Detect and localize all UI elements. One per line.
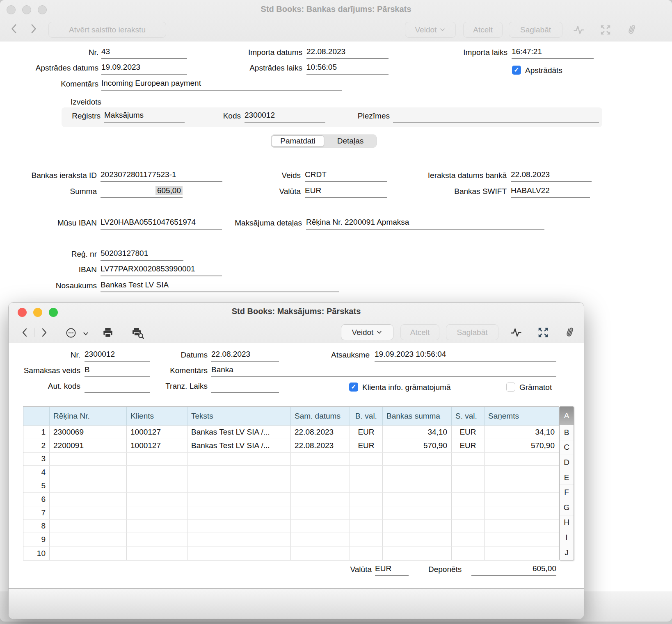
tab-detalas[interactable]: Detaļas (325, 135, 376, 147)
footer-valuta-field[interactable]: EUR (375, 564, 409, 576)
back-arrow-icon[interactable] (20, 327, 31, 338)
print-icon[interactable] (101, 326, 114, 339)
table-row[interactable]: 123000691000127Bankas Test LV SIA /...22… (23, 426, 559, 439)
atcelt-button[interactable]: Atcelt (463, 22, 503, 38)
table-cell[interactable]: 1000127 (127, 439, 187, 452)
table-cell[interactable] (485, 493, 559, 506)
paperclip-icon[interactable] (625, 24, 638, 36)
table-cell[interactable] (485, 479, 559, 492)
table-row[interactable]: 6 (23, 493, 559, 506)
komentars-field[interactable]: Banka (211, 365, 556, 377)
table-cell[interactable] (291, 506, 350, 519)
col-header-b-val[interactable]: B. val. (350, 407, 383, 425)
letter-tab-a[interactable]: A (560, 407, 574, 425)
forward-arrow-icon[interactable] (39, 327, 50, 338)
table-cell[interactable] (350, 479, 383, 492)
open-related-record-button[interactable]: Atvērt saistīto ierakstu (48, 22, 166, 38)
ieraksta-datums-banka-field[interactable]: 22.08.2023 (511, 170, 592, 182)
table-cell[interactable]: EUR (350, 426, 383, 439)
summa-field[interactable]: 605,00 (101, 186, 183, 198)
table-cell[interactable] (485, 506, 559, 519)
table-cell[interactable] (50, 506, 127, 519)
piezimes-field[interactable] (393, 111, 599, 123)
table-cell[interactable]: 22.08.2023 (291, 426, 350, 439)
table-cell[interactable]: 2200091 (50, 439, 127, 452)
table-cell[interactable] (127, 547, 187, 560)
table-cell[interactable] (452, 533, 485, 546)
table-cell[interactable]: 34,10 (485, 426, 559, 439)
table-cell[interactable] (127, 466, 187, 479)
klienta-info-checkbox[interactable]: ✓ (349, 383, 358, 392)
table-row[interactable]: 7 (23, 506, 559, 520)
apstradats-checkbox[interactable]: ✓ (512, 66, 521, 75)
importa-laiks-field[interactable]: 16:47:21 (512, 47, 594, 59)
table-cell[interactable] (187, 506, 291, 519)
table-cell[interactable]: 1000127 (127, 426, 187, 439)
table-cell[interactable] (50, 533, 127, 546)
table-cell[interactable] (383, 466, 452, 479)
table-cell[interactable] (383, 547, 452, 560)
apstrades-laiks-field[interactable]: 10:56:05 (306, 63, 389, 75)
expand-icon[interactable] (537, 326, 549, 339)
table-cell[interactable] (383, 479, 452, 492)
table-row[interactable]: 9 (23, 533, 559, 547)
table-cell[interactable] (350, 493, 383, 506)
table-cell[interactable] (452, 520, 485, 533)
valuta-field[interactable]: EUR (305, 186, 387, 198)
atcelt-button[interactable]: Atcelt (400, 324, 439, 340)
table-cell[interactable] (383, 453, 452, 466)
table-cell[interactable] (452, 479, 485, 492)
table-cell[interactable] (485, 520, 559, 533)
table-cell[interactable] (350, 520, 383, 533)
col-header-s-val[interactable]: S. val. (452, 407, 485, 425)
atsauksme-field[interactable]: 19.09.2023 10:56:04 (375, 350, 556, 362)
table-row[interactable]: 8 (23, 520, 559, 533)
table-cell[interactable] (187, 547, 291, 560)
table-cell[interactable]: EUR (452, 426, 485, 439)
table-cell[interactable] (50, 493, 127, 506)
activity-icon[interactable] (510, 326, 522, 339)
table-cell[interactable] (291, 453, 350, 466)
musu-iban-field[interactable]: LV20HABA0551047651974 (101, 218, 222, 230)
table-cell[interactable]: 570,90 (383, 439, 452, 452)
table-cell[interactable] (187, 466, 291, 479)
table-row[interactable]: 10 (23, 547, 559, 560)
table-cell[interactable] (350, 506, 383, 519)
table-cell[interactable] (350, 533, 383, 546)
bankas-swift-field[interactable]: HABALV22 (511, 186, 590, 198)
letter-tab-i[interactable]: I (560, 530, 574, 545)
datums-field[interactable]: 22.08.2023 (211, 350, 279, 362)
tranz-laiks-field[interactable] (211, 381, 279, 393)
table-cell[interactable]: Bankas Test LV SIA /... (187, 439, 291, 452)
table-cell[interactable] (291, 533, 350, 546)
table-cell[interactable] (187, 520, 291, 533)
table-cell[interactable] (452, 547, 485, 560)
forward-arrow-icon[interactable] (28, 23, 39, 34)
chevron-down-icon[interactable] (82, 330, 95, 343)
letter-tab-d[interactable]: D (560, 455, 574, 470)
col-header-sanemts[interactable]: Saņemts (485, 407, 559, 425)
table-cell[interactable] (127, 520, 187, 533)
table-cell[interactable]: Bankas Test LV SIA /... (187, 426, 291, 439)
col-header-klients[interactable]: Klients (127, 407, 187, 425)
back-arrow-icon[interactable] (9, 23, 20, 34)
table-cell[interactable] (291, 547, 350, 560)
table-cell[interactable] (485, 453, 559, 466)
table-cell[interactable] (187, 479, 291, 492)
table-cell[interactable]: 34,10 (383, 426, 452, 439)
bankas-ieraksta-id-field[interactable]: 2023072801177523-1 (101, 170, 222, 182)
nosaukums-field[interactable]: Bankas Test LV SIA (101, 280, 339, 292)
table-cell[interactable] (291, 466, 350, 479)
table-cell[interactable] (187, 453, 291, 466)
saglabat-button[interactable]: Saglabāt (446, 324, 498, 340)
footer-deponets-field[interactable]: 605,00 (471, 564, 556, 576)
table-cell[interactable] (291, 520, 350, 533)
letter-tab-c[interactable]: C (560, 440, 574, 455)
table-cell[interactable]: 570,90 (485, 439, 559, 452)
table-cell[interactable] (383, 533, 452, 546)
table-cell[interactable] (452, 466, 485, 479)
table-cell[interactable] (383, 506, 452, 519)
more-options-icon[interactable] (65, 327, 78, 339)
table-cell[interactable] (127, 493, 187, 506)
paperclip-icon[interactable] (563, 326, 576, 339)
